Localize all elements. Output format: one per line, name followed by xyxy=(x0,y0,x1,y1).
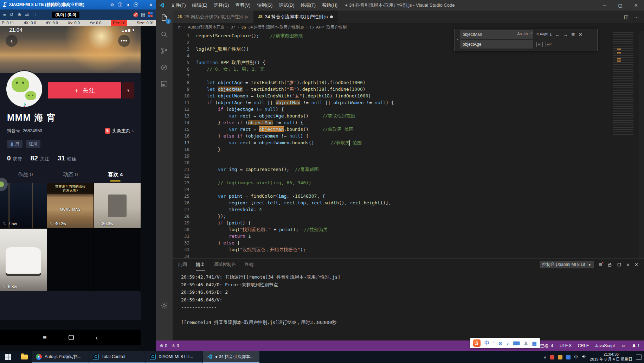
clear-panel-icon[interactable] xyxy=(617,262,622,267)
rotate-icon[interactable]: ↺ xyxy=(10,12,14,17)
tab-file-25[interactable]: JS 25 网易公开课(3)-取用户性别.js xyxy=(173,11,253,23)
code-line[interactable]: 23 // log(images.pixel(img, 66, 940)) xyxy=(173,179,644,186)
replace-all-icon[interactable]: ab* xyxy=(546,42,553,47)
indentation[interactable]: 空格: 4 xyxy=(540,343,553,349)
code-line[interactable]: 19 xyxy=(173,153,644,159)
close-panel-icon[interactable]: ✕ xyxy=(635,262,638,267)
tray-antivirus-icon[interactable] xyxy=(550,355,554,359)
back-button[interactable]: ‹ xyxy=(6,35,18,47)
code-line[interactable]: 5function APP_取用户性别() { xyxy=(173,59,644,66)
code-line[interactable]: 18 } xyxy=(173,146,644,153)
errors-indicator[interactable]: ⊗0 xyxy=(160,343,167,348)
disable-icon[interactable] xyxy=(133,12,138,17)
video-thumbnail[interactable]: ♡6.8w xyxy=(0,229,47,291)
code-line[interactable]: 28 }); xyxy=(173,213,644,219)
warnings-indicator[interactable]: ⚠0 xyxy=(172,343,179,348)
feedback-smiley-icon[interactable]: ☺ xyxy=(621,343,625,348)
tab-file-34[interactable]: JS 34 抖音引流脚本-取用户性别.js xyxy=(253,11,339,23)
replace-input[interactable] xyxy=(460,40,533,49)
code-line[interactable]: 6 // 0, 女; 1, 男; 2, 无 xyxy=(173,66,644,72)
menu-edit[interactable]: 编辑(E) xyxy=(189,2,211,8)
home-button[interactable] xyxy=(69,335,74,340)
notifications-bell[interactable]: 1 xyxy=(632,343,640,348)
action-center-icon[interactable] xyxy=(636,355,642,359)
close-icon[interactable]: ✕ xyxy=(149,2,153,7)
code-line[interactable]: 13 var rect = objectAge.bounds() //获取性别范… xyxy=(173,113,644,119)
fullscreen-icon[interactable]: ⛶ xyxy=(33,12,36,18)
code-line[interactable]: 24 xyxy=(173,186,644,193)
code-line[interactable]: 30 log("找到蓝色啦:" + point); //性别为男 xyxy=(173,226,644,233)
replace-one-icon[interactable]: ab xyxy=(536,42,543,47)
code-line[interactable]: 4 xyxy=(173,52,644,59)
close-button[interactable]: ✕ xyxy=(628,0,644,11)
recents-button[interactable]: ≡ xyxy=(43,334,47,342)
code-line[interactable]: 16 } else if (objectWomen != null) { xyxy=(173,133,644,139)
output-log[interactable]: 20:59:42.741/V: 开始运行[[remote]34 抖音引流脚本-取… xyxy=(173,270,644,340)
mic-icon[interactable]: ♪ xyxy=(507,340,509,346)
account-icon[interactable]: ♟ xyxy=(524,340,528,346)
maximize-button[interactable]: ▢ xyxy=(612,0,628,11)
file-explorer-button[interactable] xyxy=(16,351,32,363)
hidden-icons-chevron[interactable]: ∧ xyxy=(544,355,546,359)
extensions-icon[interactable] xyxy=(160,79,169,89)
tray-ime-indicator[interactable]: 中 xyxy=(574,354,578,360)
toggle-replace-icon[interactable]: ▾ xyxy=(455,30,460,49)
panel-tab-problems[interactable]: 问题 xyxy=(178,259,187,270)
soft-keyboard-icon[interactable]: ⌨ xyxy=(513,340,520,346)
code-line[interactable]: 17 var rect = objectWomen.bounds() //获取男… xyxy=(173,139,644,146)
tray-cloud-icon[interactable] xyxy=(566,355,571,359)
sogou-logo-icon[interactable]: S xyxy=(473,339,481,347)
debug-icon[interactable] xyxy=(160,63,169,72)
likes-stat[interactable]: 0获赞 xyxy=(7,154,22,162)
code-line[interactable]: 14 } else if (objectMan != null) { xyxy=(173,119,644,126)
match-case-icon[interactable]: Aa xyxy=(517,32,522,36)
code-line[interactable]: 21 var img = captureScreen(); //屏幕截图 xyxy=(173,166,644,173)
editor-scrollbar[interactable] xyxy=(639,31,644,259)
find-in-selection-icon[interactable]: ≣ xyxy=(571,32,575,37)
code-line[interactable]: 22 xyxy=(173,173,644,179)
minimize-icon[interactable]: ─ xyxy=(142,2,145,7)
find-next-icon[interactable]: → xyxy=(563,32,568,37)
video-thumbnail[interactable]: ♡36.3w xyxy=(94,183,141,228)
panel-tab-debug-console[interactable]: 调试控制台 xyxy=(213,259,236,270)
tab-dynamics[interactable]: 动态 0 xyxy=(63,171,78,178)
start-button[interactable] xyxy=(0,351,16,363)
code-line[interactable]: 32 } else { xyxy=(173,240,644,246)
code-line[interactable]: 10 let objectWomen = textEndsWith("女").d… xyxy=(173,93,644,99)
skin-icon[interactable]: ▦ xyxy=(532,340,536,346)
split-editor-icon[interactable]: ◫ xyxy=(624,14,629,20)
taskbar-app-autojs[interactable]: Auto.js Pro编写抖... xyxy=(32,351,89,363)
language-mode[interactable]: JavaScript xyxy=(595,343,615,348)
following-stat[interactable]: 82关注 xyxy=(31,154,49,162)
panel-tab-output[interactable]: 输出 xyxy=(196,259,205,270)
taskbar-app-totalcontrol[interactable]: C Total Control xyxy=(89,351,146,363)
zoom-icon[interactable]: ⊕ xyxy=(18,12,21,17)
pin-icon[interactable]: ➤ xyxy=(125,2,131,8)
close-find-icon[interactable]: ✕ xyxy=(579,32,582,37)
source-control-icon[interactable] xyxy=(160,46,169,56)
export-icon[interactable]: ▤ xyxy=(141,12,145,17)
emoji-icon[interactable]: ⊙ xyxy=(498,340,503,346)
code-line[interactable]: 26 region: [rect.left, rect.top, rect.wi… xyxy=(173,199,644,206)
maximize-panel-icon[interactable]: ∧ xyxy=(626,262,630,267)
follow-dropdown-button[interactable]: ▼ xyxy=(122,82,134,98)
settings-gear-icon[interactable] xyxy=(160,301,169,310)
menu-selection[interactable]: 选择(S) xyxy=(211,2,232,8)
code-line[interactable]: 20 xyxy=(173,159,644,166)
video-thumbnail[interactable]: ♡7.5w xyxy=(0,183,47,228)
menu-icon[interactable]: ≡ xyxy=(3,12,6,17)
menu-terminal[interactable]: 终端(T) xyxy=(297,2,319,8)
code-line[interactable]: 29 if (point) { xyxy=(173,219,644,226)
more-actions-icon[interactable]: ⋯ xyxy=(634,14,639,20)
menu-view[interactable]: 查看(V) xyxy=(232,2,253,8)
code-line[interactable]: 25 var point = findColor(img, -16148307,… xyxy=(173,193,644,199)
menu-help[interactable]: 帮助(H) xyxy=(319,2,341,8)
code-line[interactable]: 33 log("没找到蓝色，开始寻找粉色"); xyxy=(173,246,644,253)
follow-button[interactable]: ＋ 关注 xyxy=(48,82,121,98)
code-editor[interactable]: 1requestScreenCapture(); //请求截图权限23log(A… xyxy=(173,31,644,259)
followers-stat[interactable]: 31粉丝 xyxy=(58,154,76,162)
code-line[interactable]: 11 if (objectAge != null || objectMan !=… xyxy=(173,99,644,106)
eol[interactable]: CRLF xyxy=(578,343,589,348)
ime-mode-indicator[interactable]: 中 xyxy=(484,340,489,346)
sogou-ime-bar[interactable]: S 中 ’ ⊙ ♪ ⌨ ♟ ▦ xyxy=(470,338,540,348)
